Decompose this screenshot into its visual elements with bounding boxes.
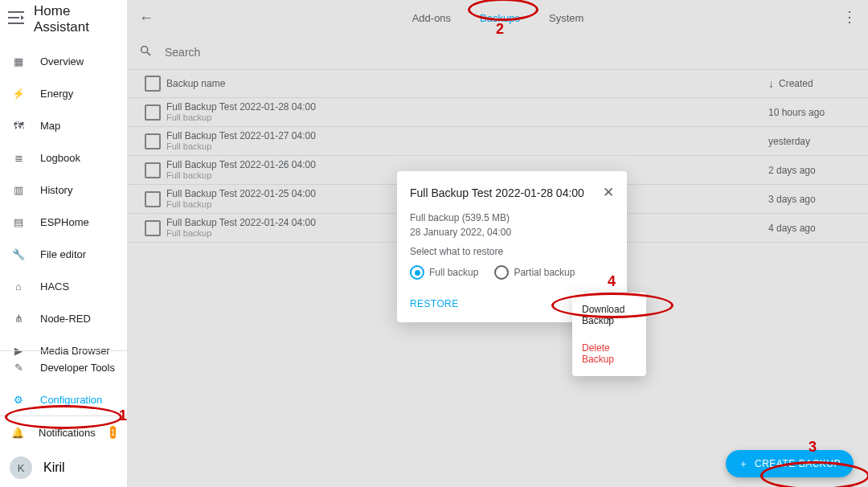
sidebar-item-label: Map (40, 120, 60, 132)
download-backup-menu-item[interactable]: Download Backup ↖ (572, 296, 646, 334)
sidebar-item-esphome[interactable]: ▤ESPHome (0, 206, 127, 238)
dialog-size-line: Full backup (539.5 MB) (410, 212, 614, 223)
sidebar-item-label: History (40, 184, 72, 196)
nav-icon: ▥ (11, 184, 26, 196)
sidebar-item-configuration[interactable]: ⚙ Configuration (0, 383, 127, 415)
bell-icon: 🔔 (11, 427, 24, 439)
sidebar-item-label: Logbook (40, 152, 80, 164)
user-menu[interactable]: K Kiril (0, 448, 127, 487)
create-backup-fab[interactable]: ＋ CREATE BACKUP (726, 450, 854, 477)
radio-icon (410, 265, 424, 280)
sidebar-item-notifications[interactable]: 🔔 Notifications 1 (0, 416, 127, 448)
dialog-date-line: 28 January 2022, 04:00 (410, 227, 614, 238)
dialog-select-hint: Select what to restore (410, 246, 614, 257)
radio-partial-backup[interactable]: Partial backup (494, 265, 575, 280)
radio-icon (494, 265, 509, 280)
nav-icon: 🗺 (11, 120, 26, 132)
sidebar-item-label: Energy (40, 88, 73, 100)
gear-icon: ⚙ (11, 394, 26, 406)
sidebar-item-logbook[interactable]: ≣Logbook (0, 141, 127, 174)
nav-icon: ▤ (11, 216, 26, 228)
sidebar-item-label: Notifications (39, 427, 96, 439)
backup-context-menu: Download Backup ↖ Delete Backup (572, 293, 646, 376)
restore-button[interactable]: RESTORE (410, 298, 459, 309)
sidebar-item-label: ESPHome (40, 216, 89, 228)
radio-full-backup[interactable]: Full backup (410, 265, 478, 280)
close-icon[interactable]: ✕ (603, 184, 614, 201)
sidebar-item-file-editor[interactable]: 🔧File editor (0, 238, 127, 270)
plus-icon: ＋ (739, 457, 749, 471)
sidebar-item-map[interactable]: 🗺Map (0, 109, 127, 141)
dialog-title: Full Backup Test 2022-01-28 04:00 (410, 186, 584, 199)
sidebar-item-hacs[interactable]: ⌂HACS (0, 270, 127, 302)
nav-icon: ⚡ (11, 88, 26, 100)
nav-icon: 🔧 (11, 248, 26, 260)
user-name: Kiril (43, 460, 65, 475)
sidebar-item-node-red[interactable]: ⋔Node-RED (0, 302, 127, 334)
nav-icon: ⌂ (11, 280, 26, 293)
avatar: K (10, 456, 32, 479)
nav-icon: ⋔ (11, 313, 26, 325)
delete-backup-menu-item[interactable]: Delete Backup (572, 334, 646, 373)
notification-badge: 1 (110, 426, 116, 439)
nav-icon: ▦ (11, 55, 26, 68)
nav-icon: ≣ (11, 152, 26, 164)
sidebar-item-label: HACS (40, 280, 69, 293)
cursor-icon: ↖ (604, 313, 612, 324)
wrench-icon: ✎ (11, 362, 26, 374)
sidebar-item-label: Configuration (40, 394, 102, 406)
sidebar-item-history[interactable]: ▥History (0, 174, 127, 206)
sidebar-item-energy[interactable]: ⚡Energy (0, 77, 127, 109)
sidebar-item-label: Developer Tools (40, 362, 115, 374)
sidebar: Home Assistant ▦Overview⚡Energy🗺Map≣Logb… (0, 0, 128, 487)
sidebar-item-overview[interactable]: ▦Overview (0, 45, 127, 77)
sidebar-item-label: Overview (40, 55, 84, 68)
menu-collapse-icon[interactable] (8, 10, 24, 29)
sidebar-item-label: File editor (40, 248, 86, 260)
sidebar-item-label: Node-RED (40, 313, 91, 325)
sidebar-item-developer-tools[interactable]: ✎ Developer Tools (0, 351, 127, 383)
brand-title: Home Assistant (34, 3, 119, 35)
